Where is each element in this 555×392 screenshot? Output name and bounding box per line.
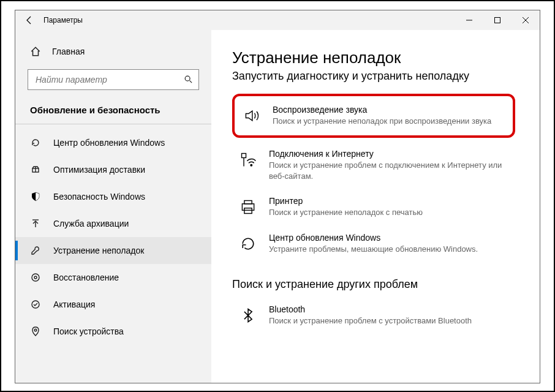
page-subtitle: Запустить диагностику и устранить непола… (232, 70, 515, 83)
sidebar-item-label: Оптимизация доставки (53, 165, 145, 175)
sidebar-item-recovery[interactable]: Восстановление (15, 264, 211, 291)
sidebar-item-label: Центр обновления Windows (53, 138, 165, 148)
sidebar-item-label: Восстановление (53, 273, 119, 282)
troubleshoot-item-desc: Поиск и устранение неполадок с печатью (269, 207, 510, 218)
find-device-icon (30, 326, 41, 337)
sidebar-item-shield[interactable]: Безопасность Windows (15, 183, 211, 210)
speaker-icon (241, 105, 263, 127)
svg-rect-0 (495, 18, 500, 23)
svg-point-1 (185, 76, 190, 81)
svg-point-4 (34, 276, 37, 279)
sidebar-item-find-device[interactable]: Поиск устройства (15, 318, 211, 345)
delivery-icon (30, 164, 41, 175)
home-icon (30, 46, 41, 57)
home-label: Главная (52, 47, 85, 56)
shield-icon (30, 191, 41, 202)
minimize-button[interactable] (455, 10, 483, 30)
troubleshoot-item-name: Принтер (269, 196, 510, 206)
wifi-icon (237, 149, 259, 171)
troubleshoot-item-name: Bluetooth (269, 304, 510, 314)
troubleshoot-item[interactable]: BluetoothПоиск и устранение проблем с ус… (232, 297, 515, 334)
sidebar-item-label: Устранение неполадок (53, 246, 144, 255)
refresh-icon (237, 233, 259, 255)
troubleshoot-item-name: Воспроизведение звука (273, 105, 507, 115)
sidebar-item-label: Поиск устройства (53, 326, 124, 336)
backup-icon (30, 218, 41, 229)
recovery-icon (30, 272, 41, 283)
troubleshoot-item[interactable]: ПринтерПоиск и устранение неполадок с пе… (232, 189, 515, 225)
titlebar: Параметры (15, 10, 540, 30)
back-button[interactable] (15, 10, 43, 30)
svg-point-5 (32, 301, 39, 308)
troubleshoot-item-name: Центр обновления Windows (269, 233, 510, 243)
svg-point-6 (34, 329, 37, 331)
troubleshoot-item-desc: Устраните проблемы, мешающие обновлению … (269, 244, 510, 255)
svg-rect-7 (242, 154, 246, 158)
svg-point-3 (32, 274, 39, 281)
sidebar-item-delivery[interactable]: Оптимизация доставки (15, 156, 211, 183)
troubleshoot-item[interactable]: Центр обновления WindowsУстраните пробле… (232, 225, 515, 262)
page-title: Устранение неполадок (232, 48, 515, 67)
sidebar-item-label: Служба архивации (53, 219, 129, 228)
svg-rect-9 (244, 201, 252, 204)
sidebar-divider (15, 124, 211, 124)
wrench-icon (30, 245, 41, 256)
sidebar-item-activation[interactable]: Активация (15, 291, 211, 318)
sidebar-item-backup[interactable]: Служба архивации (15, 210, 211, 237)
content-pane: Устранение неполадок Запустить диагности… (211, 30, 540, 383)
troubleshoot-item[interactable]: Воспроизведение звукаПоиск и устранение … (236, 97, 512, 134)
sidebar-item-wrench[interactable]: Устранение неполадок (15, 237, 211, 264)
refresh-icon (30, 137, 41, 148)
sidebar-item-label: Безопасность Windows (53, 192, 145, 202)
home-link[interactable]: Главная (15, 40, 211, 63)
section-heading: Обновление и безопасность (15, 99, 211, 121)
printer-icon (237, 196, 259, 218)
search-box[interactable] (28, 69, 199, 90)
sidebar-item-refresh[interactable]: Центр обновления Windows (15, 129, 211, 156)
window-title: Параметры (43, 16, 83, 24)
svg-rect-11 (244, 208, 252, 214)
close-button[interactable] (512, 10, 540, 30)
troubleshoot-item-desc: Поиск и устранение проблем с устройствам… (269, 315, 510, 326)
troubleshoot-item-desc: Поиск и устранение неполадок при воспрои… (273, 116, 507, 127)
highlight-box: Воспроизведение звукаПоиск и устранение … (232, 94, 515, 138)
troubleshoot-item[interactable]: Подключения к ИнтернетуПоиск и устранени… (232, 141, 515, 189)
troubleshoot-item-desc: Поиск и устранение проблем с подключение… (269, 160, 510, 181)
search-input[interactable] (34, 74, 184, 85)
sidebar: Главная Обновление и безопасность Центр … (15, 30, 211, 383)
activation-icon (30, 299, 41, 310)
bluetooth-icon (237, 304, 259, 326)
settings-window: Параметры Главная (15, 10, 540, 383)
section2-title: Поиск и устранение других проблем (232, 278, 515, 291)
sidebar-item-label: Активация (53, 300, 95, 309)
svg-point-8 (251, 165, 252, 166)
troubleshoot-item-name: Подключения к Интернету (269, 149, 510, 159)
search-icon (184, 75, 192, 85)
maximize-button[interactable] (483, 10, 512, 30)
